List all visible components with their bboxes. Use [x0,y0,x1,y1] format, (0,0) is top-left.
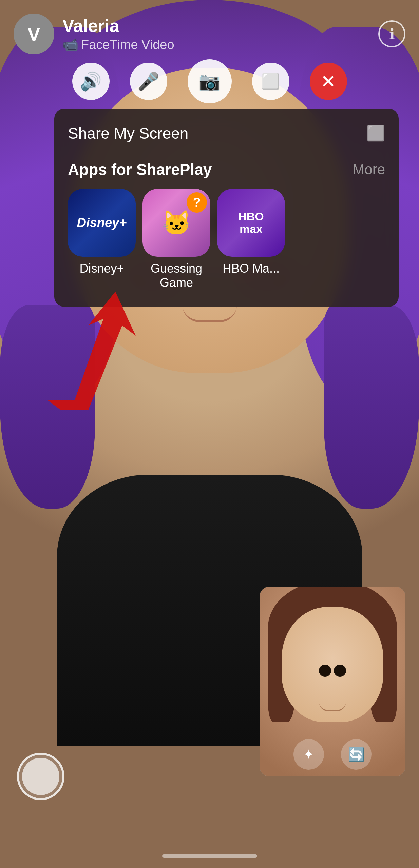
apps-title: Apps for SharePlay [68,160,212,179]
controls-row: 🔊 🎤 📷 ⬜ ✕ [0,54,419,108]
flip-camera-button[interactable]: 🔄 [341,739,372,770]
more-button[interactable]: More [353,161,385,178]
shareplay-icon: ⬜ [261,73,280,90]
secondary-call-panel: ✦ 🔄 [260,587,405,776]
apps-header: Apps for SharePlay More [64,151,388,185]
caller-info: Valeria 📹 FaceTime Video [62,16,378,52]
app-item-disney[interactable]: Disney+ Disney+ [68,189,136,290]
app-item-guessing-game[interactable]: 🐱 ? Guessing Game [142,189,210,290]
shareplay-popup: Share My Screen ⬜ Apps for SharePlay Mor… [54,108,399,307]
info-button[interactable]: ℹ [378,20,405,47]
camera-button[interactable]: 📷 [188,59,232,103]
effects-button[interactable]: ✦ [293,739,324,770]
top-bar: V Valeria 📹 FaceTime Video ℹ [0,0,419,54]
hbo-label: HBO Ma... [223,261,280,276]
microphone-button[interactable]: 🎤 [130,63,167,100]
question-mark: ? [187,192,207,213]
capture-inner [22,758,59,795]
caller-name: Valeria [62,16,378,36]
sec-eye-left [319,665,331,677]
pigtail-right [324,305,419,509]
hbo-icon: HBOmax [217,189,285,257]
disney-icon: Disney+ [68,189,136,257]
share-screen-icon: ⬜ [366,124,385,142]
share-screen-row: Share My Screen ⬜ [64,119,388,151]
apps-grid: Disney+ Disney+ 🐱 ? Guessing Game HBOmax… [64,185,388,297]
caller-avatar: V [14,14,54,54]
caller-status: 📹 FaceTime Video [62,37,378,52]
hbo-text: HBOmax [238,210,264,236]
capture-button[interactable] [17,753,64,800]
effects-icon: ✦ [303,747,315,762]
app-item-hbo[interactable]: HBOmax HBO Ma... [217,189,285,290]
secondary-call-controls: ✦ 🔄 [260,739,405,770]
disney-label: Disney+ [79,261,124,276]
sec-eye-right [334,665,346,677]
secondary-call-video: ✦ 🔄 [260,587,405,776]
info-icon: ℹ [389,25,395,43]
shareplay-button[interactable]: ⬜ [252,63,289,100]
speaker-button[interactable]: 🔊 [72,63,110,100]
camera-icon: 📷 [198,71,221,92]
disney-plus-text: Disney+ [77,216,127,229]
guessing-game-icon: 🐱 ? [142,189,210,257]
end-call-icon: ✕ [321,71,336,92]
home-indicator [162,854,257,858]
video-icon: 📹 [62,37,78,52]
guessing-game-label: Guessing Game [151,261,202,290]
sec-face [282,607,383,722]
mouth [183,305,237,322]
share-screen-text[interactable]: Share My Screen [68,124,188,142]
flip-camera-icon: 🔄 [348,747,365,763]
microphone-icon: 🎤 [137,71,159,92]
sec-mouth [319,702,346,711]
svg-marker-1 [47,292,136,410]
cat-emoji: 🐱 [162,211,191,235]
speaker-icon: 🔊 [80,71,102,92]
end-call-button[interactable]: ✕ [310,63,347,100]
